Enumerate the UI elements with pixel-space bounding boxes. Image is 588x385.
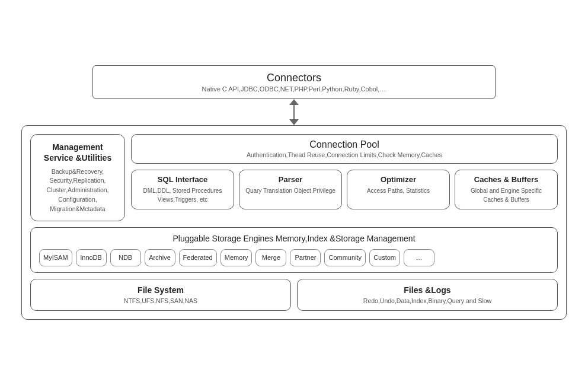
diagram-wrapper: Connectors Native C API,JDBC,ODBC,NET,PH… (15, 65, 573, 319)
connectors-box: Connectors Native C API,JDBC,ODBC,NET,PH… (92, 65, 496, 99)
sql-interface-title: SQL Interface (138, 175, 228, 184)
file-system-box: File System NTFS,UFS,NFS,SAN,NAS (30, 279, 291, 311)
components-row: SQL Interface DML,DDL, Stored Procedures… (131, 170, 558, 209)
engine-innodb: InnoDB (76, 249, 107, 266)
parser-box: Parser Quary Translation Object Privileg… (239, 170, 342, 209)
engine-more: … (404, 249, 434, 266)
connectors-title: Connectors (105, 72, 483, 84)
top-row: Management Service &Utilities Backup&Rec… (30, 134, 558, 221)
parser-title: Parser (245, 175, 335, 184)
parser-subtitle: Quary Translation Object Privilege (245, 186, 335, 195)
optimizer-title: Optimizer (353, 175, 443, 184)
connectors-subtitle: Native C API,JDBC,ODBC,NET,PHP,Perl,Pyth… (105, 85, 483, 93)
storage-title: Pluggable Storage Engines Memory,Index &… (39, 234, 549, 243)
management-box: Management Service &Utilities Backup&Rec… (30, 134, 125, 221)
optimizer-subtitle: Access Paths, Statistics (353, 186, 443, 195)
sql-interface-subtitle: DML,DDL, Stored Procedures Views,Trigger… (138, 186, 228, 204)
engine-myisam: MyISAM (39, 249, 72, 266)
arrow-shaft (293, 105, 295, 119)
engine-ndb: NDB (110, 249, 141, 266)
caches-buffers-subtitle: Global and Engine Specific Caches & Buff… (461, 186, 551, 204)
engine-memory: Memory (220, 249, 253, 266)
engine-partner: Partner (290, 249, 321, 266)
management-title: Management Service &Utilities (38, 142, 117, 163)
optimizer-box: Optimizer Access Paths, Statistics (347, 170, 450, 209)
file-system-subtitle: NTFS,UFS,NFS,SAN,NAS (39, 297, 282, 304)
caches-buffers-box: Caches & Buffers Global and Engine Speci… (455, 170, 558, 209)
bottom-row: File System NTFS,UFS,NFS,SAN,NAS Files &… (30, 279, 558, 311)
connection-pool-subtitle: Authentication,Thead Reuse,Connection Li… (141, 151, 548, 158)
arrow-head-up (289, 99, 299, 105)
engines-row: MyISAM InnoDB NDB Archive Federated Memo… (39, 249, 549, 266)
connection-pool-box: Connection Pool Authentication,Thead Reu… (131, 134, 558, 164)
engine-community: Community (324, 249, 366, 266)
right-section: Connection Pool Authentication,Thead Reu… (131, 134, 558, 221)
engine-custom: Custom (369, 249, 400, 266)
double-arrow (289, 99, 299, 125)
engine-merge: Merge (255, 249, 286, 266)
engine-archive: Archive (145, 249, 175, 266)
files-logs-title: Files &Logs (306, 285, 549, 295)
main-box: Management Service &Utilities Backup&Rec… (21, 125, 567, 319)
storage-section: Pluggable Storage Engines Memory,Index &… (30, 227, 558, 272)
file-system-title: File System (39, 285, 282, 295)
connection-pool-title: Connection Pool (141, 139, 548, 150)
double-arrow-container (289, 99, 299, 125)
management-subtitle: Backup&Recovery, Security,Replication, C… (38, 167, 117, 214)
sql-interface-box: SQL Interface DML,DDL, Stored Procedures… (131, 170, 234, 209)
engine-federated: Federated (179, 249, 217, 266)
files-logs-box: Files &Logs Redo,Undo,Data,Index,Binary,… (297, 279, 558, 311)
caches-buffers-title: Caches & Buffers (461, 175, 551, 184)
files-logs-subtitle: Redo,Undo,Data,Index,Binary,Query and Sl… (306, 297, 549, 304)
arrow-head-down (289, 119, 299, 125)
